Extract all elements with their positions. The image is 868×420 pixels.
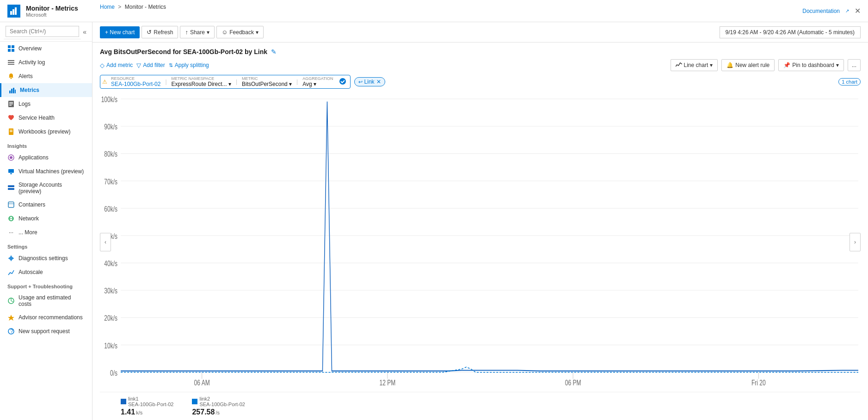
svg-rect-12 (13, 88, 14, 93)
sidebar-item-logs[interactable]: Logs (0, 97, 92, 111)
breadcrumb-sep: > (118, 4, 121, 10)
support-icon: ? (7, 328, 15, 335)
svg-rect-20 (10, 131, 12, 132)
svg-text:30k/s: 30k/s (104, 286, 117, 295)
support-section-label: Support + Troubleshooting (0, 279, 92, 291)
sidebar-item-metrics[interactable]: Metrics (0, 83, 92, 97)
svg-rect-11 (11, 89, 12, 93)
new-alert-rule-button[interactable]: 🔔 New alert rule (721, 59, 775, 71)
svg-rect-13 (15, 90, 16, 93)
svg-rect-4 (12, 45, 14, 48)
svg-text:Fri 20: Fri 20 (751, 378, 766, 387)
sidebar-item-label-activity-log: Activity log (18, 59, 45, 66)
svg-rect-19 (10, 130, 12, 131)
add-filter-button[interactable]: ▽ Add filter (136, 60, 165, 71)
svg-rect-1 (12, 9, 14, 15)
diag-icon (7, 255, 15, 262)
sidebar-collapse-button[interactable]: « (81, 28, 88, 36)
sidebar-item-support-request[interactable]: ? New support request (0, 324, 92, 338)
share-button[interactable]: ↑ Share ▾ (180, 26, 215, 38)
sidebar-item-alerts[interactable]: Alerts (0, 69, 92, 83)
pin-chevron-icon: ▾ (836, 62, 839, 68)
doc-external-icon: ↗ (845, 8, 849, 13)
sidebar-item-advisor[interactable]: Advisor recommendations (0, 310, 92, 324)
sidebar-item-label-overview: Overview (18, 45, 42, 52)
svg-rect-27 (8, 202, 14, 207)
svg-text:80k/s: 80k/s (104, 150, 117, 158)
time-range-button[interactable]: 9/19 4:26 AM - 9/20 4:26 AM (Automatic -… (720, 26, 861, 38)
sidebar-item-containers[interactable]: Containers (0, 198, 92, 212)
add-filter-icon: ▽ (136, 62, 141, 69)
svg-rect-5 (8, 49, 11, 52)
svg-rect-24 (10, 173, 12, 174)
usage-icon (7, 297, 15, 304)
legend-item-link1: link1SEA-100Gb-Port-02 1.41 k/s (121, 396, 173, 416)
sidebar-item-label-support: New support request (18, 328, 70, 335)
sidebar-item-usage-costs[interactable]: Usage and estimated costs (0, 291, 92, 310)
pin-icon: 📌 (783, 62, 790, 68)
advisor-icon (7, 314, 15, 321)
svg-text:0/s: 0/s (110, 369, 117, 377)
close-button[interactable]: ✕ (855, 6, 861, 15)
split-by-tag[interactable]: ↩ Link ✕ (354, 77, 385, 86)
svg-rect-26 (8, 188, 14, 190)
sidebar-item-applications[interactable]: Applications (0, 151, 92, 164)
sidebar-item-overview[interactable]: Overview (0, 42, 92, 55)
split-arrow-icon: ↩ (358, 79, 363, 85)
svg-text:?: ? (10, 328, 13, 335)
chart-area: Avg BitsOutPerSecond for SEA-100Gb-Port-… (92, 43, 868, 420)
line-chart-button[interactable]: Line chart ▾ (671, 59, 718, 71)
svg-rect-2 (15, 7, 17, 15)
add-metric-button[interactable]: ◇ Add metric (100, 60, 133, 71)
legend-color-link1 (121, 399, 126, 404)
chart-svg: 100k/s 90k/s 80k/s 70k/s 60k/s 50k/s 40k… (100, 92, 861, 392)
remove-split-button[interactable]: ✕ (376, 79, 381, 85)
sidebar-item-activity-log[interactable]: Activity log (0, 55, 92, 69)
chart-nav-right[interactable]: › (850, 233, 861, 251)
metric-selector[interactable]: METRIC BitsOutPerSecond ▾ (239, 76, 295, 87)
sidebar-item-label-autoscale: Autoscale (18, 269, 43, 275)
sidebar-item-diagnostics[interactable]: Diagnostics settings (0, 251, 92, 265)
main-toolbar: + New chart ↺ Refresh ↑ Share ▾ ☺ Feedba… (92, 22, 868, 43)
svg-text:06 AM: 06 AM (194, 378, 210, 387)
chart-nav-left[interactable]: ‹ (100, 233, 111, 251)
bell-icon (7, 73, 15, 80)
chart-title-bar: Avg BitsOutPerSecond for SEA-100Gb-Port-… (100, 43, 861, 59)
apply-splitting-button[interactable]: ⇅ Apply splitting (169, 60, 209, 70)
feedback-button[interactable]: ☺ Feedback ▾ (216, 26, 264, 38)
sidebar-item-more[interactable]: ··· ... More (0, 225, 92, 239)
container-icon (7, 201, 15, 208)
alert-icon: 🔔 (726, 62, 733, 68)
breadcrumb-home[interactable]: Home (100, 4, 115, 10)
search-input[interactable] (6, 26, 79, 37)
sidebar-item-label-storage: Storage Accounts (preview) (18, 182, 85, 195)
sidebar-item-autoscale[interactable]: Autoscale (0, 265, 92, 279)
more-options-button[interactable]: ... (848, 59, 861, 71)
sidebar-item-virtual-machines[interactable]: Virtual Machines (preview) (0, 164, 92, 178)
agg-chevron-icon: ▾ (314, 81, 316, 87)
sidebar-item-label-service-health: Service Health (18, 115, 55, 121)
splitting-icon: ⇅ (169, 62, 173, 68)
refresh-button[interactable]: ↺ Refresh (142, 26, 178, 38)
sidebar-item-storage[interactable]: Storage Accounts (preview) (0, 178, 92, 198)
documentation-link[interactable]: Documentation (802, 8, 840, 14)
check-circle-icon (339, 78, 346, 85)
sidebar-item-network[interactable]: Network (0, 212, 92, 225)
sidebar-item-workbooks[interactable]: Workbooks (preview) (0, 125, 92, 139)
svg-rect-16 (9, 103, 13, 104)
sidebar-item-label-network: Network (18, 215, 39, 222)
pin-to-dashboard-button[interactable]: 📌 Pin to dashboard ▾ (778, 59, 844, 71)
heart-icon (7, 114, 15, 122)
grid-icon (7, 45, 15, 52)
metric-namespace-selector[interactable]: METRIC NAMESPACE ExpressRoute Direct... … (169, 76, 234, 87)
new-chart-button[interactable]: + New chart (100, 26, 140, 38)
aggregation-selector[interactable]: AGGREGATION Avg ▾ (300, 76, 336, 87)
sidebar-item-service-health[interactable]: Service Health (0, 111, 92, 125)
resource-selector[interactable]: RESOURCE SEA-100Gb-Port-02 (108, 76, 163, 87)
svg-rect-8 (8, 62, 14, 63)
sidebar-item-label-more: ... More (18, 229, 37, 236)
chart-type-chevron-icon: ▾ (710, 62, 713, 68)
list-icon (7, 59, 15, 66)
line-chart-container: ‹ › 100k/s 90k/s 80k/s 70k/s 60k/s 50k/s… (100, 92, 861, 392)
edit-title-icon[interactable]: ✎ (271, 48, 277, 55)
